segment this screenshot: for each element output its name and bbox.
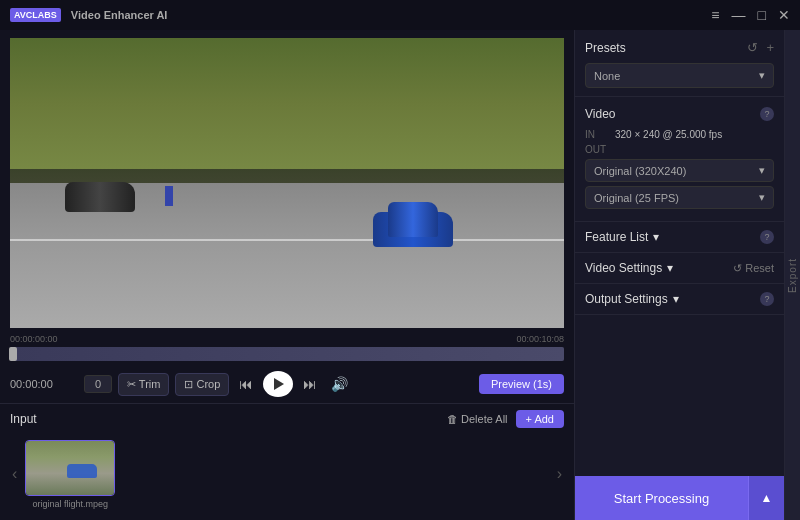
input-actions: 🗑 Delete All + Add: [447, 410, 564, 428]
trim-button[interactable]: ✂ Trim: [118, 373, 169, 396]
resolution-dropdown[interactable]: Original (320X240) ▾: [585, 159, 774, 182]
volume-button[interactable]: 🔊: [327, 372, 352, 396]
list-item[interactable]: original flight.mpeg: [25, 440, 115, 509]
car-dark: [65, 182, 135, 212]
start-btn-row: Start Processing ▲: [575, 476, 784, 520]
video-preview[interactable]: [10, 38, 564, 328]
feature-list-left: Feature List ▾: [585, 230, 659, 244]
video-canvas: [10, 38, 564, 328]
start-chevron-button[interactable]: ▲: [748, 476, 784, 520]
clips-container: original flight.mpeg: [25, 440, 548, 509]
timeline-thumb[interactable]: [9, 347, 17, 361]
add-button[interactable]: + Add: [516, 410, 564, 428]
export-side-tab[interactable]: Export: [784, 30, 800, 520]
right-panel: Presets ↺ + None ▾ Video ? I: [574, 30, 784, 520]
output-settings-left: Output Settings ▾: [585, 292, 679, 306]
person-figure: [165, 186, 173, 206]
output-help-icon[interactable]: ?: [760, 292, 774, 306]
track-line: [10, 239, 564, 241]
maximize-icon[interactable]: □: [758, 8, 766, 22]
play-button[interactable]: [263, 371, 293, 397]
crop-button[interactable]: ⊡ Crop: [175, 373, 229, 396]
video-settings-left: Video Settings ▾: [585, 261, 673, 275]
app-logo: AVCLABS Video Enhancer AI: [10, 8, 167, 22]
start-processing-button[interactable]: Start Processing: [575, 476, 748, 520]
timeline-start: 00:00:00:00: [10, 334, 58, 344]
title-bar: AVCLABS Video Enhancer AI ≡ — □ ✕: [0, 0, 800, 30]
minimize-icon[interactable]: —: [732, 8, 746, 22]
refresh-icon[interactable]: ↺: [747, 40, 758, 55]
video-out-row: OUT: [585, 144, 774, 155]
car-blue: [373, 212, 453, 247]
feature-help-icon[interactable]: ?: [760, 230, 774, 244]
window-controls: ≡ — □ ✕: [711, 8, 790, 22]
menu-icon[interactable]: ≡: [711, 8, 719, 22]
add-preset-icon[interactable]: +: [766, 40, 774, 55]
output-settings-chevron-icon: ▾: [673, 292, 679, 306]
frame-display: 0: [84, 375, 112, 393]
logo-badge: AVCLABS: [10, 8, 61, 22]
output-settings-right: ?: [760, 292, 774, 306]
controls-row: 00:00:00 0 ✂ Trim ⊡ Crop ⏮ ⏭ 🔊 Preview (…: [0, 365, 574, 403]
right-wrapper: Presets ↺ + None ▾ Video ? I: [574, 30, 800, 520]
video-settings-row[interactable]: Video Settings ▾ ↺ Reset: [575, 253, 784, 284]
video-settings-right: ↺ Reset: [733, 262, 774, 275]
preview-button[interactable]: Preview (1s): [479, 374, 564, 394]
preset-dropdown[interactable]: None ▾: [585, 63, 774, 88]
track-stands: [10, 38, 564, 169]
resolution-value: Original (320X240): [594, 165, 686, 177]
clips-prev-button[interactable]: ‹: [10, 465, 19, 483]
presets-title: Presets: [585, 41, 626, 55]
fps-dropdown[interactable]: Original (25 FPS) ▾: [585, 186, 774, 209]
presets-section: Presets ↺ + None ▾: [575, 30, 784, 97]
timeline-bar: 00:00:00:00 00:00:10:08: [0, 328, 574, 365]
timeline-clip: [10, 347, 564, 361]
out-label: OUT: [585, 144, 609, 155]
chevron-up-icon: ▲: [761, 491, 773, 505]
feature-list-row[interactable]: Feature List ▾ ?: [575, 222, 784, 253]
main-content: 00:00:00:00 00:00:10:08 00:00:00 0 ✂ Tri…: [0, 30, 800, 520]
current-time: 00:00:00: [10, 378, 78, 390]
res-chevron-icon: ▾: [759, 164, 765, 177]
clip-name: original flight.mpeg: [25, 499, 115, 509]
app-name: Video Enhancer AI: [71, 9, 168, 21]
prev-frame-button[interactable]: ⏮: [235, 372, 257, 396]
timeline-end: 00:00:10:08: [516, 334, 564, 344]
in-label: IN: [585, 129, 609, 140]
fps-chevron-icon: ▾: [759, 191, 765, 204]
video-section: Video ? IN 320 × 240 @ 25.000 fps OUT Or…: [575, 97, 784, 222]
presets-icons: ↺ +: [747, 40, 774, 55]
clips-next-button[interactable]: ›: [555, 465, 564, 483]
trash-icon: 🗑: [447, 413, 458, 425]
video-in-row: IN 320 × 240 @ 25.000 fps: [585, 129, 774, 140]
clips-row: ‹ original flight.mpeg ›: [10, 434, 564, 514]
preset-value: None: [594, 70, 620, 82]
play-icon: [274, 378, 284, 390]
fps-value: Original (25 FPS): [594, 192, 679, 204]
video-title: Video: [585, 107, 615, 121]
export-label: Export: [787, 258, 798, 293]
video-settings-chevron-icon: ▾: [667, 261, 673, 275]
delete-all-button[interactable]: 🗑 Delete All: [447, 413, 507, 425]
presets-header: Presets ↺ +: [585, 40, 774, 55]
output-settings-row[interactable]: Output Settings ▾ ?: [575, 284, 784, 315]
chevron-down-icon: ▾: [759, 69, 765, 82]
reset-button[interactable]: ↺ Reset: [733, 262, 774, 275]
feature-list-right: ?: [760, 230, 774, 244]
input-section: Input 🗑 Delete All + Add ‹: [0, 403, 574, 518]
left-panel: 00:00:00:00 00:00:10:08 00:00:00 0 ✂ Tri…: [0, 30, 574, 520]
delete-all-label: Delete All: [461, 413, 507, 425]
feature-list-label: Feature List: [585, 230, 648, 244]
close-icon[interactable]: ✕: [778, 8, 790, 22]
input-header: Input 🗑 Delete All + Add: [10, 410, 564, 428]
video-settings-label: Video Settings: [585, 261, 662, 275]
timeline-times: 00:00:00:00 00:00:10:08: [10, 334, 564, 344]
next-frame-button[interactable]: ⏭: [299, 372, 321, 396]
feature-list-chevron-icon: ▾: [653, 230, 659, 244]
video-help-icon[interactable]: ?: [760, 107, 774, 121]
clip-thumbnail: [25, 440, 115, 496]
clip-car: [67, 464, 97, 478]
in-value: 320 × 240 @ 25.000 fps: [615, 129, 722, 140]
video-header: Video ?: [585, 107, 774, 121]
timeline-track[interactable]: [10, 347, 564, 361]
